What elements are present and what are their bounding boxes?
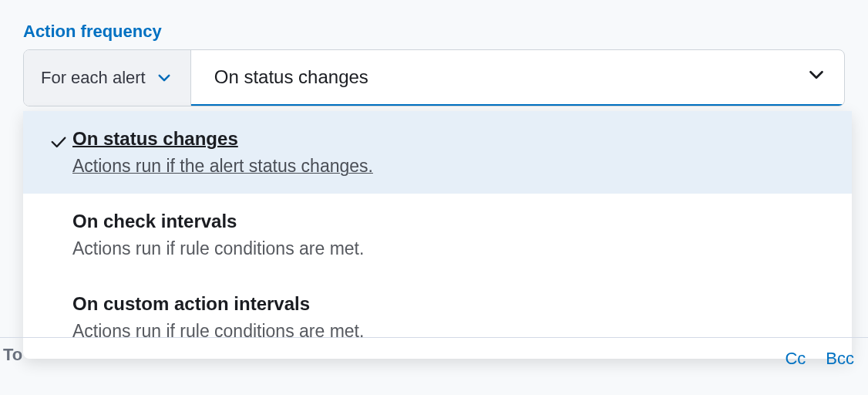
option-title: On status changes [72, 127, 838, 151]
option-desc: Actions run if rule conditions are met. [72, 235, 838, 262]
trigger-dropdown-panel: On status changes Actions run if the ale… [23, 111, 852, 359]
trigger-dropdown-button[interactable]: On status changes [191, 50, 844, 106]
chevron-down-icon [156, 70, 172, 86]
trigger-selected-label: On status changes [214, 66, 368, 88]
option-on-check-intervals[interactable]: On check intervals Actions run if rule c… [23, 194, 852, 276]
action-frequency-label: Action frequency [23, 22, 845, 42]
option-on-custom-action-intervals[interactable]: On custom action intervals Actions run i… [23, 276, 852, 359]
option-title: On custom action intervals [72, 292, 838, 316]
chevron-down-icon [807, 66, 826, 89]
cc-button[interactable]: Cc [785, 349, 806, 369]
scope-button-label: For each alert [41, 68, 146, 88]
divider [0, 337, 868, 338]
option-title: On check intervals [72, 209, 838, 234]
option-desc: Actions run if the alert status changes. [72, 153, 838, 180]
to-label: To [3, 345, 22, 365]
option-on-status-changes[interactable]: On status changes Actions run if the ale… [23, 111, 852, 194]
action-frequency-selector: For each alert On status changes [23, 49, 845, 106]
bcc-button[interactable]: Bcc [826, 349, 854, 369]
check-icon [35, 127, 72, 154]
option-desc: Actions run if rule conditions are met. [72, 318, 838, 345]
scope-dropdown-button[interactable]: For each alert [24, 50, 191, 106]
